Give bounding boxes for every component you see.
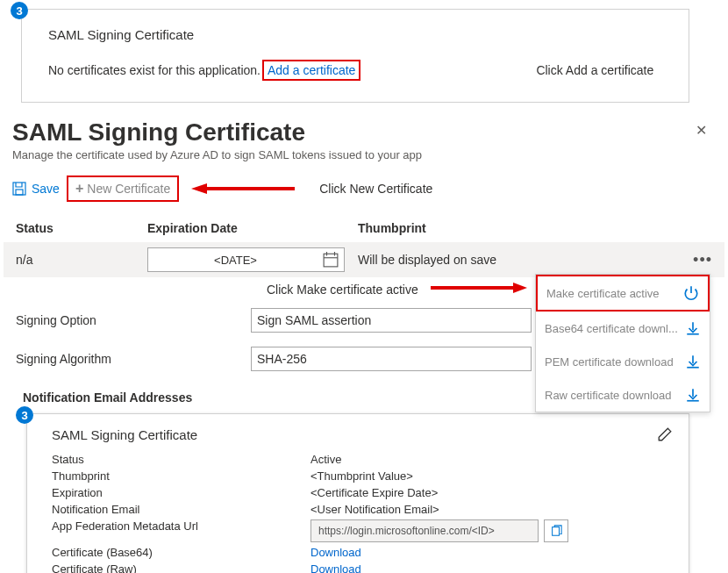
copy-icon	[550, 525, 562, 537]
add-certificate-link[interactable]: Add a certificate	[262, 60, 360, 81]
col-status: Status	[16, 221, 147, 235]
close-button[interactable]: ✕	[696, 122, 707, 139]
table-row: n/a <DATE> Will be displayed on save •••	[4, 242, 724, 277]
new-certificate-button[interactable]: + New Certificate	[67, 175, 179, 202]
mid-instruction-row: Click Make certificate active Make certi…	[4, 277, 724, 301]
save-button[interactable]: Save	[12, 182, 60, 196]
calendar-icon	[323, 252, 339, 268]
details-card: SAML Signing Certificate StatusActive Th…	[26, 413, 689, 573]
download-icon	[685, 354, 701, 369]
certificate-context-menu: Make certificate active Base64 certifica…	[535, 274, 710, 412]
status-key: Status	[52, 453, 310, 466]
signing-option-select[interactable]: Sign SAML assertion	[251, 308, 532, 333]
row-actions-button[interactable]: •••	[677, 251, 712, 269]
save-label: Save	[32, 182, 60, 196]
step-badge: 3	[11, 2, 28, 19]
download-raw-link[interactable]: Download	[310, 562, 361, 573]
status-value: Active	[310, 453, 341, 466]
thumbprint-key: Thumbprint	[52, 469, 310, 483]
svg-rect-0	[13, 183, 25, 195]
panel-heading: SAML Signing Certificate ✕	[4, 118, 724, 147]
svg-rect-13	[553, 527, 560, 536]
instruction-text: Click Make certificate active	[267, 283, 418, 297]
menu-pem-download[interactable]: PEM certificate download	[536, 345, 710, 378]
plus-icon: +	[75, 181, 83, 197]
step-badge: 3	[16, 406, 33, 424]
svg-rect-1	[16, 190, 23, 195]
svg-rect-4	[324, 254, 338, 267]
col-expiration: Expiration Date	[147, 221, 358, 235]
signing-option-label: Signing Option	[16, 313, 251, 327]
download-icon	[685, 320, 701, 336]
card-title: SAML Signing Certificate	[48, 27, 662, 42]
expiration-key: Expiration	[52, 486, 310, 499]
col-thumbprint: Thumbprint	[358, 221, 677, 235]
details-panel: 3 SAML Signing Certificate StatusActive …	[26, 413, 689, 573]
new-cert-label: New Certificate	[87, 182, 170, 196]
toolbar: Save + New Certificate Click New Certifi…	[4, 172, 724, 211]
page-title: SAML Signing Certificate	[12, 118, 724, 147]
signing-algorithm-label: Signing Algorithm	[16, 352, 251, 366]
menu-make-active[interactable]: Make certificate active	[536, 275, 710, 312]
cert-raw-key: Certificate (Raw)	[52, 562, 310, 573]
page-subtitle: Manage the certificate used by Azure AD …	[12, 148, 724, 161]
instruction-text: Click Add a certificate	[536, 63, 653, 77]
copy-button[interactable]	[544, 519, 568, 542]
status-value: n/a	[16, 253, 147, 267]
expiration-date-input[interactable]: <DATE>	[147, 247, 345, 272]
download-base64-link[interactable]: Download	[310, 546, 361, 559]
arrow-annotation	[431, 281, 527, 297]
step3-card: SAML Signing Certificate No certificates…	[21, 9, 689, 103]
edit-button[interactable]	[657, 426, 673, 442]
arrow-annotation	[191, 182, 296, 196]
download-icon	[685, 387, 701, 403]
thumbprint-value: Will be displayed on save	[358, 253, 677, 267]
table-header: Status Expiration Date Thumbprint	[4, 211, 724, 242]
svg-marker-9	[513, 283, 527, 293]
cert-base64-key: Certificate (Base64)	[52, 546, 310, 559]
power-icon	[683, 285, 699, 301]
step3-panel: 3 SAML Signing Certificate No certificat…	[21, 9, 689, 103]
no-cert-message: No certificates exist for this applicati…	[48, 63, 261, 77]
metadata-url-key: App Federation Metadata Url	[52, 519, 310, 542]
instruction-text: Click New Certificate	[319, 182, 432, 196]
menu-base64-download[interactable]: Base64 certificate downl...	[536, 312, 710, 345]
notification-key: Notification Email	[52, 503, 310, 516]
metadata-url-field[interactable]: https://login.microsoftonline.com/<ID>	[310, 519, 539, 542]
thumbprint-value: <Thumbprint Value>	[310, 469, 413, 483]
signing-algorithm-select[interactable]: SHA-256	[251, 347, 532, 371]
expiration-value: <Certificate Expire Date>	[310, 486, 438, 499]
date-value: <DATE>	[148, 254, 323, 267]
notification-value: <User Notification Email>	[310, 503, 439, 516]
svg-marker-3	[191, 183, 207, 194]
save-icon	[12, 182, 26, 196]
menu-raw-download[interactable]: Raw certificate download	[536, 378, 710, 412]
details-title: SAML Signing Certificate	[52, 427, 197, 442]
